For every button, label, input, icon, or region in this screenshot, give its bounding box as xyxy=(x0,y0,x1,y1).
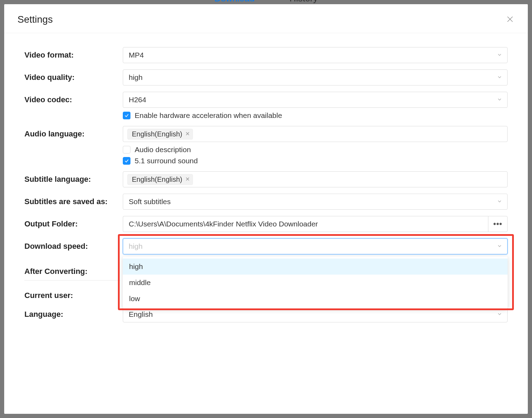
download-speed-option-low[interactable]: low xyxy=(123,291,508,307)
check-icon xyxy=(124,158,129,163)
video-quality-select[interactable]: high xyxy=(123,69,508,85)
label-audio-language: Audio language: xyxy=(24,126,123,139)
download-speed-option-middle[interactable]: middle xyxy=(123,275,508,291)
modal-body: Video format: MP4 Video quality: high Vi… xyxy=(4,33,528,414)
tag-remove-icon[interactable]: ✕ xyxy=(185,177,190,182)
ellipsis-icon: ••• xyxy=(493,219,502,229)
surround-label: 5.1 surround sound xyxy=(135,157,198,165)
download-speed-select[interactable]: high xyxy=(123,238,508,254)
language-value: English xyxy=(129,310,153,319)
chevron-down-icon xyxy=(497,96,502,104)
surround-checkbox[interactable] xyxy=(123,157,130,165)
subtitle-language-tag-text: English(English) xyxy=(132,176,182,184)
chevron-down-icon xyxy=(497,73,502,82)
video-quality-value: high xyxy=(129,73,143,82)
download-speed-option-high[interactable]: high xyxy=(123,259,508,275)
label-subtitles-saved-as: Subtitles are saved as: xyxy=(24,194,123,206)
label-download-speed: Download speed: xyxy=(24,238,123,251)
bg-tab-history: History xyxy=(290,0,318,3)
audio-language-tag-text: English(English) xyxy=(132,130,182,138)
divider xyxy=(24,280,120,281)
video-format-select[interactable]: MP4 xyxy=(123,47,508,63)
download-speed-placeholder: high xyxy=(129,242,143,251)
audio-description-checkbox[interactable] xyxy=(123,146,130,154)
settings-modal: Settings Video format: MP4 Video quality… xyxy=(4,4,528,414)
chevron-down-icon xyxy=(497,197,502,206)
label-video-codec: Video codec: xyxy=(24,92,123,104)
output-folder-value: C:\Users\A\Documents\4kFinder Netflix Vi… xyxy=(129,220,318,228)
chevron-down-icon xyxy=(497,310,502,319)
subtitles-saved-as-value: Soft subtitles xyxy=(129,197,171,206)
modal-header: Settings xyxy=(4,4,528,33)
chevron-down-icon xyxy=(497,51,502,59)
video-format-value: MP4 xyxy=(129,51,144,59)
browse-folder-button[interactable]: ••• xyxy=(488,216,508,232)
video-codec-value: H264 xyxy=(129,96,146,104)
close-icon xyxy=(506,15,514,23)
label-language: Language: xyxy=(24,306,123,319)
audio-language-tag: English(English) ✕ xyxy=(127,129,193,140)
tag-remove-icon[interactable]: ✕ xyxy=(185,131,190,137)
output-folder-input[interactable]: C:\Users\A\Documents\4kFinder Netflix Vi… xyxy=(123,216,488,232)
label-output-folder: Output Folder: xyxy=(24,216,123,229)
audio-language-input[interactable]: English(English) ✕ xyxy=(123,126,508,142)
modal-title: Settings xyxy=(17,14,53,25)
label-after-converting: After Converting: xyxy=(24,263,123,276)
bg-tab-download: Download xyxy=(214,0,255,3)
subtitles-saved-as-select[interactable]: Soft subtitles xyxy=(123,194,508,210)
video-codec-select[interactable]: H264 xyxy=(123,92,508,108)
audio-description-label: Audio description xyxy=(135,145,191,154)
subtitle-language-tag: English(English) ✕ xyxy=(127,174,193,185)
label-video-format: Video format: xyxy=(24,47,123,60)
hw-accel-checkbox[interactable] xyxy=(123,112,130,119)
chevron-down-icon xyxy=(497,242,502,251)
close-button[interactable] xyxy=(506,15,515,24)
hw-accel-label: Enable hardware acceleration when availa… xyxy=(135,111,282,120)
check-icon xyxy=(124,113,129,118)
label-current-user: Current user: xyxy=(24,288,123,300)
label-subtitle-language: Subtitle language: xyxy=(24,171,123,184)
label-video-quality: Video quality: xyxy=(24,69,123,82)
download-speed-dropdown: high middle low xyxy=(123,256,508,309)
subtitle-language-input[interactable]: English(English) ✕ xyxy=(123,171,508,187)
